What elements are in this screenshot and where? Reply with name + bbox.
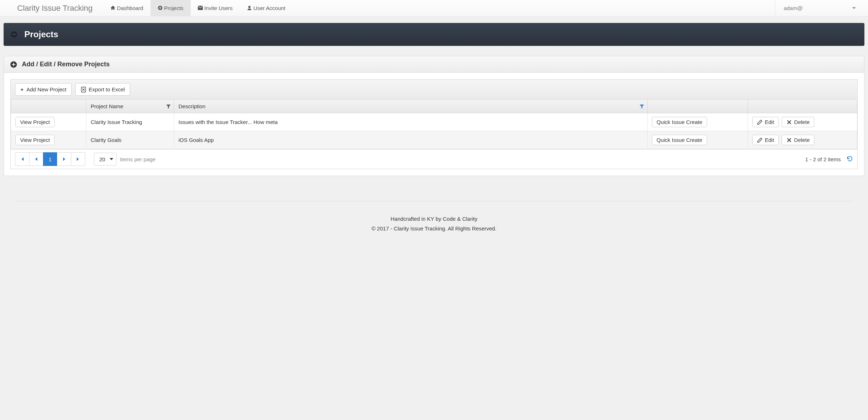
svg-point-4: [248, 6, 251, 8]
panel-title: Add / Edit / Remove Projects: [22, 61, 110, 68]
page-size-value: 20: [99, 156, 105, 162]
envelope-icon: [198, 5, 203, 11]
nav-invite-label: Invite Users: [204, 5, 233, 11]
col-header-view[interactable]: [11, 100, 86, 113]
grid-toolbar: + Add New Project Export to Excel: [11, 80, 857, 100]
view-project-button[interactable]: View Project: [15, 117, 54, 127]
panel-header: Add / Edit / Remove Projects: [4, 56, 864, 73]
page-size-select[interactable]: 20: [94, 153, 116, 166]
quick-issue-button[interactable]: Quick Issue Create: [652, 135, 707, 145]
view-project-button[interactable]: View Project: [15, 135, 54, 145]
plus-circle-icon: [158, 5, 163, 11]
pager-summary: 1 - 2 of 2 items: [805, 156, 841, 162]
refresh-button[interactable]: [846, 156, 853, 163]
col-header-actions[interactable]: [748, 100, 857, 113]
cell-project-name: Clarity Issue Tracking: [86, 113, 174, 131]
edit-button[interactable]: Edit: [752, 135, 779, 145]
nav-dashboard[interactable]: Dashboard: [103, 0, 150, 16]
footer-line2: © 2017 - Clarity Issue Tracking. All Rig…: [14, 225, 854, 232]
col-header-name-label: Project Name: [91, 103, 123, 109]
pencil-icon: [757, 137, 763, 143]
projects-table: Project Name Description: [11, 100, 857, 149]
excel-icon: [81, 87, 86, 92]
user-icon: [247, 5, 252, 11]
pager-label: items per page: [120, 156, 156, 162]
content: Projects Add / Edit / Remove Projects + …: [0, 16, 868, 180]
pager-current[interactable]: 1: [43, 152, 57, 166]
filter-icon[interactable]: [166, 104, 171, 109]
topbar: Clarity Issue Tracking Dashboard Project…: [0, 0, 868, 16]
nav-dashboard-label: Dashboard: [117, 5, 143, 11]
col-header-desc-label: Description: [178, 103, 205, 109]
refresh-icon: [846, 156, 853, 162]
projects-panel: Add / Edit / Remove Projects + Add New P…: [4, 56, 864, 176]
nav-invite[interactable]: Invite Users: [191, 0, 240, 16]
dropdown-icon: [110, 158, 113, 160]
col-header-name[interactable]: Project Name: [86, 100, 174, 113]
collapse-icon[interactable]: [11, 31, 17, 38]
page-title: Projects: [24, 29, 58, 39]
add-project-button[interactable]: + Add New Project: [15, 83, 72, 96]
svg-rect-2: [160, 6, 161, 9]
nav-account[interactable]: User Account: [240, 0, 292, 16]
cell-description: iOS Goals App: [174, 131, 648, 149]
nav-projects-label: Projects: [164, 5, 183, 11]
add-project-label: Add New Project: [27, 86, 67, 92]
footer: Handcrafted in KY by Code & Clarity © 20…: [14, 201, 854, 232]
plus-circle-icon: [10, 61, 17, 68]
nav: Dashboard Projects Invite Users User Acc…: [103, 0, 292, 16]
grid-pager: 1 20 items per page 1 - 2 of 2 items: [11, 149, 857, 169]
pencil-icon: [757, 119, 763, 125]
projects-grid: + Add New Project Export to Excel: [10, 79, 858, 169]
pager-first[interactable]: [15, 152, 29, 166]
nav-account-label: User Account: [253, 5, 285, 11]
plus-icon: +: [20, 86, 24, 92]
pager-prev[interactable]: [29, 152, 43, 166]
cell-project-name: Clarity Goals: [86, 131, 174, 149]
pager-last[interactable]: [71, 152, 85, 166]
footer-line1: Handcrafted in KY by Code & Clarity: [14, 216, 854, 222]
filter-icon[interactable]: [639, 104, 644, 109]
table-row: View ProjectClarity Issue TrackingIssues…: [11, 113, 857, 131]
delete-button[interactable]: Delete: [782, 117, 814, 127]
delete-button[interactable]: Delete: [782, 135, 814, 145]
caret-down-icon: [852, 7, 856, 9]
pager-next[interactable]: [57, 152, 71, 166]
x-icon: [786, 137, 792, 143]
page-header: Projects: [4, 23, 864, 46]
quick-issue-button[interactable]: Quick Issue Create: [652, 117, 707, 127]
brand[interactable]: Clarity Issue Tracking: [17, 4, 92, 13]
table-row: View ProjectClarity GoalsiOS Goals AppQu…: [11, 131, 857, 149]
home-icon: [110, 5, 115, 11]
col-header-desc[interactable]: Description: [174, 100, 648, 113]
cell-description: Issues with the Issue Tracker... How met…: [174, 113, 648, 131]
x-icon: [786, 119, 792, 125]
export-excel-label: Export to Excel: [89, 86, 125, 92]
edit-button[interactable]: Edit: [752, 117, 779, 127]
user-email: adam@: [784, 5, 803, 11]
user-menu[interactable]: adam@: [775, 0, 864, 16]
export-excel-button[interactable]: Export to Excel: [75, 83, 130, 96]
nav-projects[interactable]: Projects: [151, 0, 191, 16]
col-header-quick[interactable]: [648, 100, 748, 113]
